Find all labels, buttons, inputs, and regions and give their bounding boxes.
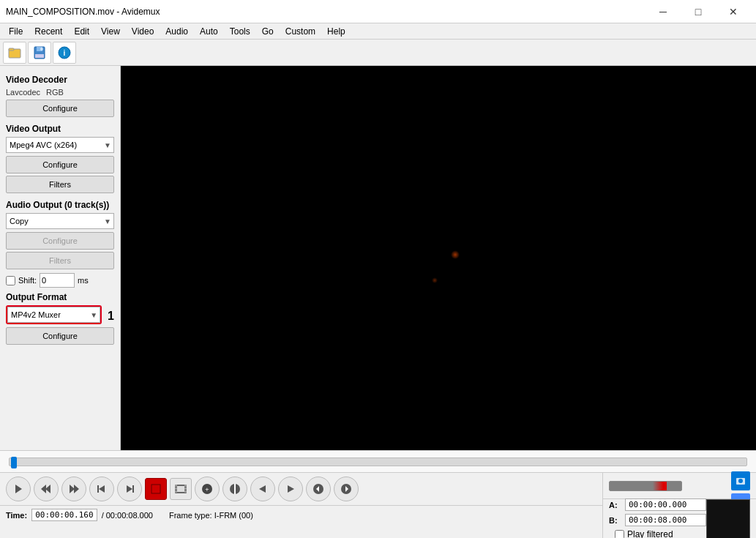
snapshot-button[interactable]: [731, 471, 750, 490]
window-controls: ─ □ ✕: [646, 0, 750, 23]
audio-output-title: Audio Output (0 track(s)): [6, 200, 114, 210]
audio-output-select[interactable]: Copy: [6, 213, 114, 229]
forward-button[interactable]: [61, 477, 86, 501]
configure-decoder-button[interactable]: Configure: [6, 100, 114, 117]
svg-marker-11: [70, 485, 75, 493]
play-icon: [12, 483, 24, 495]
bottom-area: +: [0, 450, 756, 538]
bottom-left-area: +: [0, 473, 602, 538]
volume-bar: [609, 481, 682, 491]
time-row: Time: 00:00:00.160 / 00:00:08.000 Frame …: [0, 505, 602, 524]
audio-output-dropdown-wrap: Copy ▼: [6, 213, 114, 229]
video-canvas: [121, 66, 756, 450]
svg-rect-25: [177, 486, 184, 492]
svg-point-37: [738, 479, 743, 483]
prev-frame-button[interactable]: [250, 477, 275, 501]
controls-row: +: [0, 473, 602, 505]
configure-video-button[interactable]: Configure: [6, 156, 114, 173]
menu-custom[interactable]: Custom: [280, 23, 321, 39]
menu-go[interactable]: Go: [256, 23, 280, 39]
cut-icon: [174, 482, 187, 496]
timeline-thumb[interactable]: [11, 457, 17, 468]
shift-checkbox[interactable]: [6, 276, 15, 285]
filters-video-button[interactable]: Filters: [6, 176, 114, 193]
shift-input[interactable]: [40, 273, 75, 288]
menu-tools[interactable]: Tools: [224, 23, 256, 39]
timeline-track[interactable]: [9, 457, 747, 466]
codec-rgb: RGB: [46, 88, 64, 97]
append-button[interactable]: +: [195, 477, 220, 501]
video-preview-thumbnail: [706, 499, 750, 539]
configure-audio-button[interactable]: Configure: [6, 232, 114, 250]
info-icon: i: [57, 45, 72, 60]
ab-controls: A: 00:00:00.000 B: 00:00:08.000 Play fil…: [609, 498, 706, 538]
play-button[interactable]: [6, 477, 31, 501]
toolbar-open-button[interactable]: [3, 42, 26, 64]
configure-format-button[interactable]: Configure: [6, 327, 114, 345]
menu-file[interactable]: File: [3, 23, 29, 39]
video-glow-2: [432, 277, 438, 283]
output-format-select[interactable]: MP4v2 Muxer: [7, 307, 100, 323]
svg-marker-12: [74, 485, 79, 493]
cut-button[interactable]: [170, 478, 192, 500]
svg-rect-19: [175, 485, 177, 487]
prev-black-icon: [312, 483, 324, 495]
save-icon: [32, 45, 47, 60]
svg-rect-23: [184, 487, 187, 490]
toggle-output-button[interactable]: [222, 477, 247, 501]
menu-recent[interactable]: Recent: [29, 23, 68, 39]
prev-black-button[interactable]: [306, 477, 331, 501]
next-frame-button[interactable]: [278, 477, 303, 501]
play-filtered-row: Play filtered: [609, 529, 706, 538]
next-black-icon: [340, 483, 352, 495]
main-layout: Video Decoder Lavcodec RGB Configure Vid…: [0, 66, 756, 450]
svg-rect-15: [132, 485, 134, 493]
volume-indicator-row: [603, 473, 756, 499]
shift-label: Shift:: [18, 276, 37, 285]
codec-row: Lavcodec RGB: [6, 88, 114, 97]
svg-marker-14: [99, 485, 105, 493]
rewind-button[interactable]: [34, 477, 59, 501]
filters-audio-button[interactable]: Filters: [6, 252, 114, 269]
b-row: B: 00:00:08.000: [609, 514, 706, 526]
svg-rect-20: [175, 487, 177, 490]
append-icon: +: [201, 483, 213, 495]
b-time: 00:00:08.000: [625, 514, 706, 526]
a-label: A:: [609, 501, 621, 509]
next-keyframe-icon: [124, 483, 135, 495]
snapshot-icon: [735, 475, 746, 487]
svg-rect-24: [184, 490, 187, 493]
next-black-button[interactable]: [334, 477, 359, 501]
window-title: MAIN_COMPOSITION.mov - Avidemux: [6, 7, 160, 17]
video-output-select[interactable]: Mpeg4 AVC (x264): [6, 137, 114, 153]
svg-text:+: +: [205, 486, 209, 493]
minimize-button[interactable]: ─: [646, 0, 680, 23]
menu-view[interactable]: View: [95, 23, 126, 39]
menu-auto[interactable]: Auto: [194, 23, 224, 39]
output-format-title: Output Format: [6, 292, 114, 302]
toolbar-info-button[interactable]: i: [53, 42, 76, 64]
prev-frame-icon: [257, 483, 269, 495]
menu-help[interactable]: Help: [321, 23, 351, 39]
svg-rect-22: [184, 485, 187, 487]
menu-video[interactable]: Video: [126, 23, 160, 39]
bottom-controls-layout: +: [0, 473, 756, 538]
next-keyframe-button[interactable]: [117, 477, 142, 501]
prev-keyframe-button[interactable]: [89, 477, 114, 501]
output-format-dropdown-wrap: MP4v2 Muxer ▼: [6, 305, 102, 324]
mark-a-icon: [150, 483, 162, 495]
play-filtered-label: Play filtered: [627, 529, 673, 538]
svg-marker-16: [127, 485, 132, 493]
svg-marker-10: [45, 485, 50, 493]
close-button[interactable]: ✕: [716, 0, 750, 23]
menu-audio[interactable]: Audio: [160, 23, 194, 39]
a-row: A: 00:00:00.000: [609, 498, 706, 511]
maximize-button[interactable]: □: [681, 0, 715, 23]
mark-a-button[interactable]: [145, 478, 167, 500]
menu-edit[interactable]: Edit: [68, 23, 95, 39]
frame-info-display: Frame type: I-FRM (00): [169, 511, 253, 520]
toolbar-save-button[interactable]: [28, 42, 51, 64]
play-filtered-checkbox[interactable]: [615, 530, 624, 539]
video-output-title: Video Output: [6, 124, 114, 134]
timeline-area: [0, 451, 756, 473]
